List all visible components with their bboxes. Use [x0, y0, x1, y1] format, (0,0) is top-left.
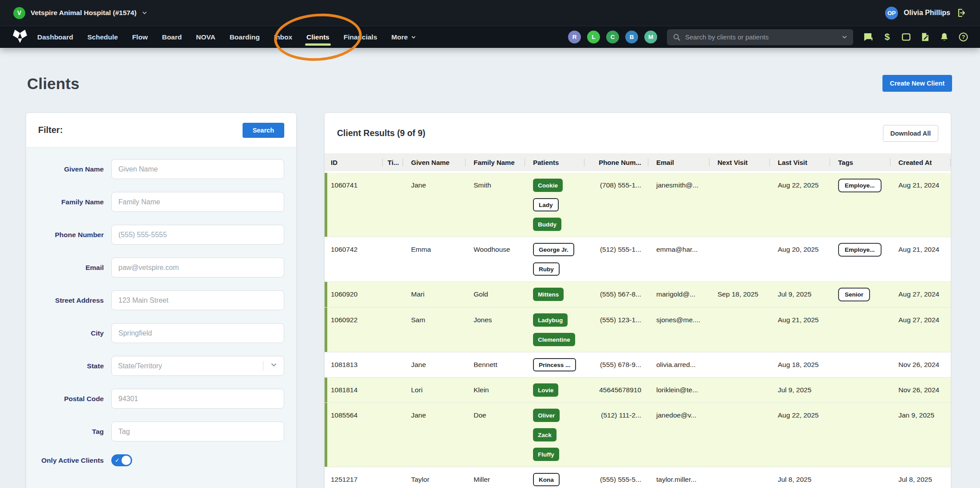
patient-badge[interactable]: Lady	[533, 198, 559, 211]
staff-avatar-b[interactable]: B	[625, 31, 638, 43]
column-header-ti[interactable]: Ti...	[383, 159, 403, 166]
nav-item-boarding[interactable]: Boarding	[223, 26, 267, 48]
cell-family-name: Gold	[466, 282, 525, 307]
cell-last-visit: Jul 8, 2025	[770, 467, 830, 488]
document-edit-icon[interactable]	[920, 32, 930, 42]
client-results-panel: Client Results (9 of 9) Download All IDT…	[325, 113, 951, 488]
nav-item-label: Inbox	[274, 33, 292, 41]
column-header-created-at[interactable]: Created At	[890, 159, 951, 166]
patient-badge[interactable]: George Jr.	[533, 243, 574, 256]
cell-created-at: Jul 8, 2025	[890, 467, 951, 488]
cell-email: janesmith@...	[648, 173, 710, 237]
global-search[interactable]	[667, 29, 853, 45]
filter-label-email: Email	[26, 263, 104, 273]
patient-badge[interactable]: Fluffy	[533, 448, 559, 461]
table-row[interactable]: 1085564JaneDoeOliverZackFluffy(512) 111-…	[325, 403, 951, 467]
cell-family-name: Miller	[466, 467, 525, 488]
filter-search-button[interactable]: Search	[243, 123, 284, 138]
filter-input-phone-number[interactable]	[111, 225, 284, 245]
filter-input-postal-code[interactable]	[111, 389, 284, 409]
patient-badge[interactable]: Princess ...	[533, 358, 576, 371]
cell-patients: LadybugClementine	[525, 308, 584, 352]
tag-badge[interactable]: Employe...	[838, 243, 882, 257]
cell-title	[383, 378, 403, 402]
staff-avatar-c[interactable]: C	[606, 31, 619, 43]
org-switcher[interactable]: V Vetspire Animal Hospital (#1574)	[13, 7, 147, 19]
notifications-bell-icon[interactable]	[939, 32, 949, 42]
filter-input-city[interactable]	[111, 323, 284, 343]
filter-input-tag[interactable]	[111, 422, 284, 441]
cell-given-name: Jane	[403, 403, 466, 467]
nav-item-dashboard[interactable]: Dashboard	[30, 26, 80, 48]
table-row[interactable]: 1060922SamJonesLadybugClementine(555) 12…	[325, 308, 951, 352]
nav-item-clients[interactable]: Clients	[299, 26, 337, 48]
cell-last-visit: Aug 22, 2025	[770, 173, 830, 237]
cell-id: 1060741	[325, 173, 383, 237]
column-header-next-visit[interactable]: Next Visit	[710, 159, 770, 166]
patient-badge[interactable]: Zack	[533, 428, 557, 441]
column-header-given-name[interactable]: Given Name	[403, 159, 466, 166]
select-divider	[263, 361, 263, 371]
filter-input-email[interactable]	[111, 258, 284, 277]
billing-icon[interactable]: $	[882, 32, 892, 42]
patient-badge[interactable]: Lovie	[533, 383, 558, 397]
column-header-phone-num[interactable]: Phone Num...	[584, 159, 648, 166]
nav-item-nova[interactable]: NOVA	[189, 26, 223, 48]
tag-badge[interactable]: Senior	[838, 288, 870, 301]
filter-input-street-address[interactable]	[111, 290, 284, 310]
only-active-clients-toggle[interactable]: ✓	[111, 454, 132, 466]
filter-row-state: StateState/Territory	[26, 356, 284, 376]
patient-badge[interactable]: Clementine	[533, 333, 575, 346]
chevron-down-icon[interactable]	[842, 35, 847, 39]
patient-badge[interactable]: Ladybug	[533, 313, 568, 327]
table-row[interactable]: 1060920MariGoldMittens(555) 567-8...mari…	[325, 282, 951, 308]
nav-item-more[interactable]: More	[384, 26, 423, 48]
patient-badge[interactable]: Kona	[533, 473, 560, 486]
cell-next-visit	[710, 378, 770, 402]
cell-last-visit: Jul 9, 2025	[770, 282, 830, 307]
staff-avatar-r[interactable]: R	[568, 31, 581, 43]
filter-input-given-name[interactable]	[111, 159, 284, 179]
table-row[interactable]: 1060742EmmaWoodhouseGeorge Jr.Ruby(512) …	[325, 237, 951, 282]
patient-badge[interactable]: Oliver	[533, 409, 560, 422]
cell-title	[383, 173, 403, 237]
column-header-tags[interactable]: Tags	[830, 159, 890, 166]
vetspire-logo-icon[interactable]	[12, 29, 28, 46]
patient-badge[interactable]: Mittens	[533, 288, 564, 301]
messages-icon[interactable]	[863, 32, 873, 42]
cell-next-visit	[710, 403, 770, 467]
nav-item-flow[interactable]: Flow	[125, 26, 155, 48]
column-header-patients[interactable]: Patients	[525, 159, 584, 166]
column-header-family-name[interactable]: Family Name	[466, 159, 525, 166]
user-avatar[interactable]: OP	[885, 7, 898, 20]
nav-item-schedule[interactable]: Schedule	[80, 26, 125, 48]
staff-avatar-m[interactable]: M	[644, 31, 657, 43]
download-all-button[interactable]: Download All	[883, 125, 938, 142]
filter-label-given-name: Given Name	[26, 164, 104, 174]
patient-badge[interactable]: Buddy	[533, 218, 561, 231]
cell-phone: (555) 123-1...	[584, 308, 648, 352]
inbox-icon[interactable]	[901, 32, 911, 42]
column-header-id[interactable]: ID	[325, 159, 383, 166]
logout-icon[interactable]	[956, 8, 967, 18]
table-row[interactable]: 1060741JaneSmithCookieLadyBuddy(708) 555…	[325, 173, 951, 237]
create-new-client-button[interactable]: Create New Client	[882, 75, 952, 92]
column-header-last-visit[interactable]: Last Visit	[770, 159, 830, 166]
patient-badge[interactable]: Cookie	[533, 179, 563, 192]
svg-text:?: ?	[962, 34, 965, 40]
tag-badge[interactable]: Employe...	[838, 179, 882, 192]
table-row[interactable]: 1081813JaneBennettPrincess ...(555) 678-…	[325, 352, 951, 378]
nav-item-board[interactable]: Board	[155, 26, 189, 48]
filter-input-family-name[interactable]	[111, 192, 284, 212]
nav-item-inbox[interactable]: Inbox	[267, 26, 299, 48]
table-row[interactable]: 1251217TaylorMillerKona(555) 555-5...tay…	[325, 467, 951, 488]
help-icon[interactable]: ?	[958, 32, 968, 42]
nav-item-financials[interactable]: Financials	[337, 26, 384, 48]
search-input[interactable]	[685, 33, 837, 41]
filter-select-state[interactable]: State/Territory	[111, 356, 284, 376]
table-row[interactable]: 1081814LoriKleinLovie45645678910loriklei…	[325, 378, 951, 403]
column-header-email[interactable]: Email	[648, 159, 710, 166]
cell-email: taylor.miller...	[648, 467, 710, 488]
staff-avatar-l[interactable]: L	[587, 31, 600, 43]
patient-badge[interactable]: Ruby	[533, 262, 560, 276]
